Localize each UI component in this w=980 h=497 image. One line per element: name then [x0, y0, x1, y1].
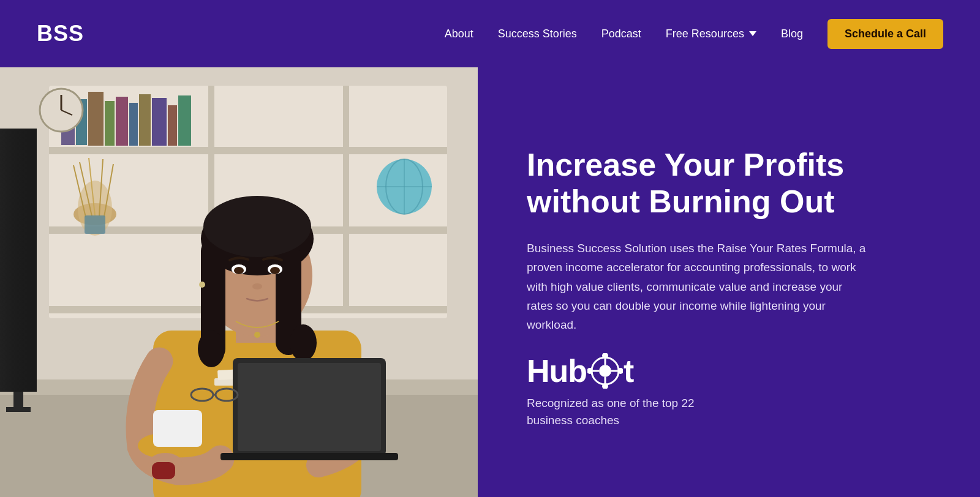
nav-about[interactable]: About: [445, 28, 473, 40]
svg-rect-2: [49, 147, 447, 154]
svg-rect-58: [152, 462, 175, 479]
nav-podcast[interactable]: Podcast: [601, 28, 641, 40]
svg-rect-64: [153, 410, 202, 447]
svg-rect-9: [88, 92, 104, 146]
nav-blog[interactable]: Blog: [781, 28, 803, 40]
hubspot-sprocket-icon: [587, 353, 623, 389]
svg-rect-24: [85, 215, 105, 234]
svg-rect-15: [168, 105, 177, 146]
hubspot-recognized-text: Recognized as one of the top 22 business…: [527, 395, 931, 430]
svg-point-69: [599, 365, 611, 377]
schedule-call-button[interactable]: Schedule a Call: [827, 19, 943, 49]
hero-title: Increase Your Profits without Burning Ou…: [527, 147, 931, 220]
nav-free-resources[interactable]: Free Resources: [666, 28, 756, 40]
svg-rect-63: [221, 453, 398, 460]
hero-section: Increase Your Profits without Burning Ou…: [0, 67, 980, 497]
hubspot-logo: Hub t: [527, 353, 931, 389]
svg-rect-6: [343, 86, 349, 312]
hubspot-text-left: Hub: [527, 355, 587, 387]
chevron-down-icon: [749, 31, 756, 36]
svg-rect-13: [139, 94, 151, 146]
svg-rect-35: [0, 129, 37, 392]
site-header: BSS About Success Stories Podcast Free R…: [0, 0, 980, 67]
svg-rect-16: [178, 95, 191, 146]
svg-rect-14: [152, 98, 167, 146]
svg-rect-12: [129, 103, 138, 146]
hubspot-text-right: t: [624, 355, 633, 387]
svg-rect-37: [6, 407, 31, 412]
svg-rect-11: [116, 97, 128, 146]
svg-point-46: [198, 331, 225, 367]
hero-image-area: [0, 67, 478, 497]
hero-image: [0, 67, 478, 497]
svg-rect-62: [238, 363, 381, 451]
svg-point-47: [290, 324, 317, 361]
svg-point-49: [234, 267, 244, 274]
nav-success-stories[interactable]: Success Stories: [498, 28, 577, 40]
svg-point-45: [203, 196, 311, 257]
svg-point-52: [252, 283, 262, 290]
svg-point-51: [270, 267, 280, 274]
hero-description: Business Success Solution uses the Raise…: [527, 239, 870, 335]
hero-content: Increase Your Profits without Burning Ou…: [478, 67, 980, 497]
svg-point-53: [199, 282, 205, 288]
svg-rect-10: [105, 101, 115, 146]
hubspot-section: Hub t: [527, 353, 931, 430]
svg-point-54: [254, 332, 260, 338]
main-nav: About Success Stories Podcast Free Resou…: [445, 19, 943, 49]
site-logo[interactable]: BSS: [37, 21, 84, 47]
